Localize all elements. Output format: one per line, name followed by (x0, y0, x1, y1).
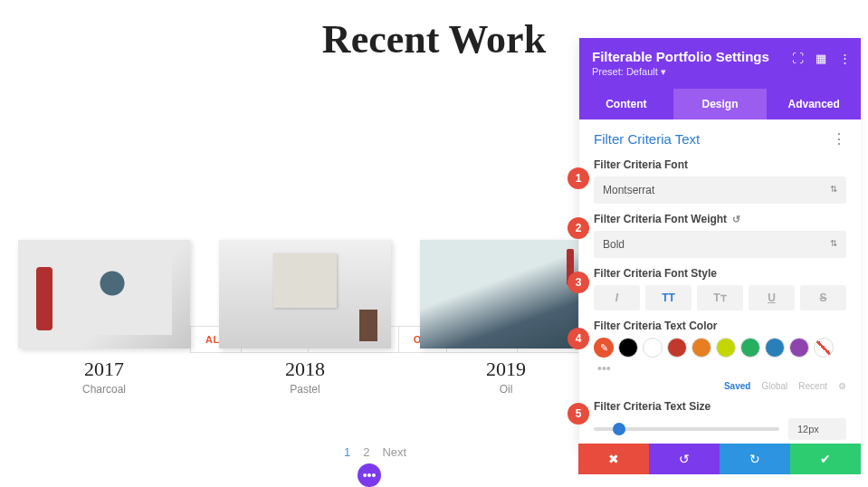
pagination: 1 2 Next (344, 445, 406, 459)
size-slider[interactable] (594, 427, 779, 431)
style-buttons: I TT Tᴛ U S (594, 285, 846, 310)
panel-tabs: Content Design Advanced (579, 89, 861, 119)
reset-icon[interactable]: ↺ (732, 214, 740, 225)
annotation-marker-4: 4 (568, 328, 589, 349)
card-year: 2018 (219, 358, 391, 381)
eyedropper-swatch[interactable]: ✎ (594, 338, 614, 358)
uppercase-button[interactable]: TT (645, 285, 692, 310)
expand-icon[interactable]: ⛶ (790, 51, 805, 65)
font-select[interactable]: Montserrat (594, 177, 846, 204)
annotation-marker-1: 1 (568, 167, 589, 189)
card-image (420, 240, 592, 349)
gear-icon[interactable]: ⚙ (838, 381, 846, 391)
panel-body: Filter Criteria Text ⋮ Filter Criteria F… (579, 119, 861, 451)
undo-button[interactable]: ↺ (649, 444, 720, 474)
settings-panel: Filterable Portfolio Settings Preset: De… (578, 38, 861, 451)
card-grid: 2017 Charcoal 2018 Pastel 2019 Oil (18, 240, 592, 396)
weight-label: Filter Criteria Font Weight ↺ (594, 213, 846, 225)
color-swatch[interactable] (789, 338, 809, 358)
annotation-marker-3: 3 (568, 272, 589, 293)
card-category: Oil (420, 383, 592, 396)
strikethrough-button[interactable]: S (800, 285, 846, 310)
underline-button[interactable]: U (749, 285, 795, 310)
save-button[interactable]: ✔ (790, 444, 861, 474)
page-1[interactable]: 1 (344, 445, 350, 459)
drag-icon[interactable]: ▦ (814, 51, 828, 65)
no-color-swatch[interactable] (814, 338, 834, 358)
color-swatch[interactable] (618, 338, 638, 358)
tab-content[interactable]: Content (579, 89, 673, 119)
font-label: Filter Criteria Font (594, 158, 846, 171)
card-image (219, 240, 391, 349)
color-swatches: ✎ (594, 338, 846, 358)
page-2[interactable]: 2 (363, 445, 369, 459)
mode-recent[interactable]: Recent (798, 381, 827, 391)
color-swatch[interactable] (740, 338, 760, 358)
color-swatch[interactable] (667, 338, 687, 358)
card-year: 2017 (18, 358, 190, 381)
italic-button[interactable]: I (594, 285, 640, 310)
color-mode-tabs: Saved Global Recent ⚙ (594, 381, 846, 391)
size-input[interactable]: 12px (788, 418, 846, 440)
module-options-button[interactable]: ••• (358, 463, 381, 487)
section-title[interactable]: Filter Criteria Text ⋮ (594, 130, 846, 148)
card-category: Charcoal (18, 383, 190, 396)
portfolio-card[interactable]: 2017 Charcoal (18, 240, 190, 396)
card-image (18, 240, 190, 349)
color-swatch[interactable] (716, 338, 736, 358)
smallcaps-button[interactable]: Tᴛ (697, 285, 743, 310)
color-label: Filter Criteria Text Color (594, 320, 846, 332)
color-swatch[interactable] (692, 338, 711, 358)
action-bar: ✖ ↺ ↻ ✔ (578, 444, 861, 474)
card-year: 2019 (420, 358, 592, 381)
color-swatch[interactable] (643, 338, 663, 358)
mode-global[interactable]: Global (761, 381, 787, 391)
annotation-marker-5: 5 (568, 403, 589, 425)
page-next[interactable]: Next (382, 445, 406, 459)
kebab-icon[interactable]: ⋮ (837, 51, 852, 65)
preset-selector[interactable]: Preset: Default ▾ (592, 66, 848, 78)
color-swatch[interactable] (765, 338, 785, 358)
more-colors[interactable]: ••• (597, 361, 846, 376)
slider-thumb[interactable] (613, 423, 625, 435)
style-label: Filter Criteria Font Style (594, 267, 846, 280)
redo-button[interactable]: ↻ (720, 444, 790, 474)
panel-header: Filterable Portfolio Settings Preset: De… (579, 38, 861, 89)
annotation-marker-2: 2 (568, 217, 589, 239)
size-label: Filter Criteria Text Size (594, 400, 846, 413)
tab-advanced[interactable]: Advanced (767, 89, 861, 119)
weight-select[interactable]: Bold (594, 231, 846, 258)
tab-design[interactable]: Design (673, 89, 768, 119)
kebab-icon[interactable]: ⋮ (832, 130, 846, 148)
portfolio-card[interactable]: 2018 Pastel (219, 240, 391, 396)
card-category: Pastel (219, 383, 391, 396)
mode-saved[interactable]: Saved (724, 381, 750, 391)
portfolio-card[interactable]: 2019 Oil (420, 240, 592, 396)
cancel-button[interactable]: ✖ (578, 444, 649, 474)
